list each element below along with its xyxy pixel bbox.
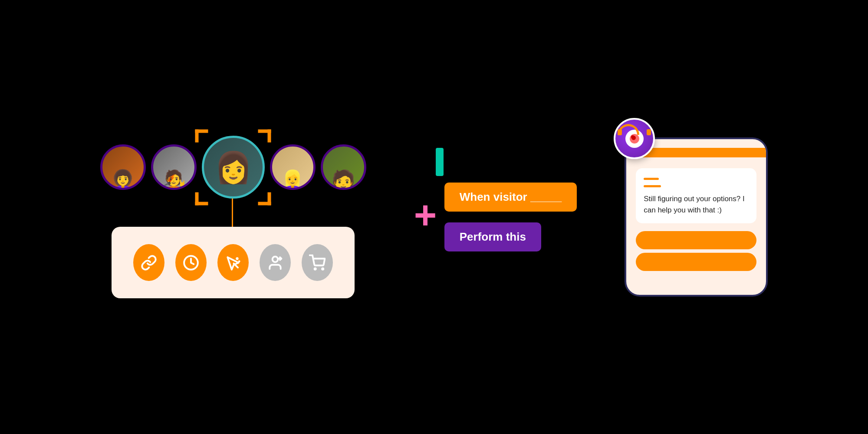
svg-point-2 [236,257,239,260]
avatar-1[interactable]: 👩‍🦱 [100,144,146,190]
avatar-3-selected[interactable]: 👩 [202,136,265,199]
chat-message: Still figuring out your options? I can h… [644,195,744,214]
connector-line [232,199,233,227]
avatar-5[interactable]: 🧑 [321,144,366,190]
condition-label: When visitor _____ [460,190,562,203]
avatar-2-face: 🧑‍🎤 [157,170,190,190]
avatar-1-face: 👩‍🦱 [106,170,139,190]
main-scene: 👩‍🦱 🧑‍🎤 👩 [0,0,868,434]
bracket-tl [195,129,208,142]
cart-button[interactable] [302,244,333,281]
avatar-4-face: 👱‍♀️ [276,170,309,190]
middle-section: + When visitor _____ Perform this [418,183,577,251]
bot-pupil [630,134,639,144]
svg-point-5 [315,268,316,269]
avatars-row: 👩‍🦱 🧑‍🎤 👩 [100,136,366,199]
avatar-2[interactable]: 🧑‍🎤 [151,144,197,190]
link-icon [141,255,157,271]
plus-decorator: + [414,196,437,235]
bracket-tr [258,129,271,142]
cursor-icon [225,255,241,271]
user-sync-button[interactable] [260,244,291,281]
cart-icon [309,255,326,271]
action-label: Perform this [460,230,526,243]
teal-decorator [436,148,444,176]
bot-avatar [614,118,655,159]
left-panel: 👩‍🦱 🧑‍🎤 👩 [100,136,366,298]
phone-container: Still figuring out your options? I can h… [625,137,768,297]
avatar-3-face: 👩 [214,152,252,183]
action-tag[interactable]: Perform this [444,222,541,251]
content-wrapper: 👩‍🦱 🧑‍🎤 👩 [100,136,768,298]
svg-point-4 [273,256,278,262]
action-bar-2[interactable] [636,253,756,271]
user-sync-icon [267,255,283,271]
svg-point-3 [238,260,240,262]
headset-left [618,129,622,135]
link-button[interactable] [133,244,164,281]
avatar-4[interactable]: 👱‍♀️ [270,144,316,190]
chat-accent-bar [644,185,661,187]
phone-mockup: Still figuring out your options? I can h… [625,137,768,297]
clock-button[interactable] [175,244,207,281]
condition-tag[interactable]: When visitor _____ [444,183,577,212]
headset-right [647,129,651,135]
bracket-bl [195,192,208,205]
action-bar-1[interactable] [636,231,756,249]
icon-card [112,227,355,298]
clock-icon [183,255,199,271]
phone-chat-area: Still figuring out your options? I can h… [626,157,766,228]
chat-bubble: Still figuring out your options? I can h… [636,168,756,223]
avatar-5-face: 🧑 [327,170,360,190]
svg-point-6 [322,268,323,269]
bracket-br [258,192,271,205]
cursor-button[interactable] [217,244,249,281]
bot-pupil-inner [631,136,636,140]
